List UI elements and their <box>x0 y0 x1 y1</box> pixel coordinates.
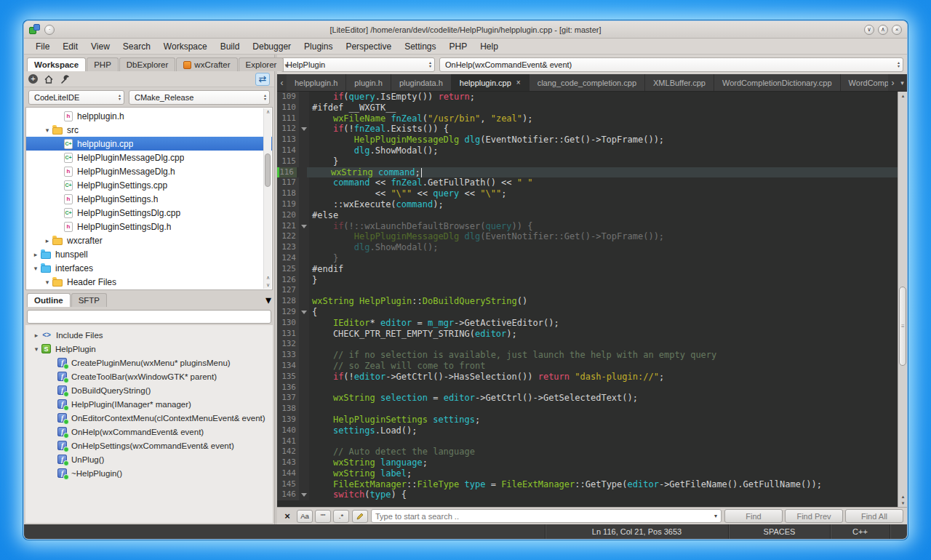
editor-tab-wordcompletion[interactable]: WordCompletion <box>841 74 888 91</box>
build-config-select[interactable]: CMake_Release ▴▾ <box>129 90 270 105</box>
tree-item-helppluginmessagedlg-cpp[interactable]: C+HelpPluginMessageDlg.cpp <box>26 151 272 164</box>
code-line[interactable]: 135 if(!editor->GetCtrl()->HasSelection(… <box>277 372 898 383</box>
code-line[interactable]: 114 dlg.ShowModal(); <box>277 145 898 156</box>
code-line[interactable]: 129{ <box>277 307 898 318</box>
scrollbar-thumb[interactable] <box>899 287 906 365</box>
outline-search-input[interactable] <box>27 310 271 324</box>
tree-item-helpplugin-h[interactable]: hhelpplugin.h <box>26 109 272 123</box>
tree-item-helppluginsettingsdlg-h[interactable]: hHelpPluginSettingsDlg.h <box>26 220 272 233</box>
language-mode[interactable]: C++ <box>830 524 890 539</box>
tab-scroll-left-icon[interactable]: ‹ <box>277 74 287 91</box>
code-line[interactable]: 124 } <box>277 253 898 264</box>
scope-select[interactable]: HelpPlugin ▴▾ <box>281 57 435 72</box>
editor-tab-helpplugin-h[interactable]: helpplugin.h <box>287 74 346 91</box>
tab-sftp[interactable]: SFTP <box>71 293 107 307</box>
code-line[interactable]: 110#ifdef __WXGTK__ <box>277 103 898 113</box>
tab-scroll-right-icon[interactable]: › <box>888 74 898 91</box>
find-all-button[interactable]: Find All <box>845 509 903 523</box>
code-line[interactable]: 144 wxString label; <box>277 468 898 479</box>
add-icon[interactable]: + <box>28 74 38 84</box>
find-button[interactable]: Find <box>724 509 783 523</box>
editor-tab-clang-code-completion-cpp[interactable]: clang_code_completion.cpp <box>530 74 645 91</box>
code-line[interactable]: 120#else <box>277 210 898 221</box>
outline-item-helpplugin[interactable]: fHelpPlugin(IManager* manager) <box>25 397 273 411</box>
chevron-down-icon[interactable]: ▾ <box>31 265 41 272</box>
file-tree-scrollbar[interactable]: ∧ ∧ ∨ <box>263 108 271 289</box>
tab-workspace[interactable]: Workspace <box>27 57 86 71</box>
tree-item-helpplugin-cpp[interactable]: C+helpplugin.cpp <box>26 137 272 151</box>
wrench-icon[interactable] <box>60 74 70 84</box>
code-line[interactable]: 146 switch(type) { <box>277 489 898 500</box>
fold-marker-icon[interactable] <box>301 493 307 497</box>
menu-settings[interactable]: Settings <box>399 40 441 53</box>
close-button[interactable]: × <box>892 25 902 35</box>
close-tab-icon[interactable]: × <box>516 79 521 87</box>
menu-edit[interactable]: Edit <box>57 40 84 53</box>
menu-view[interactable]: View <box>85 40 116 53</box>
code-line[interactable]: 125#endif <box>277 264 898 275</box>
tree-item-hunspell[interactable]: ▸hunspell <box>26 247 272 261</box>
code-editor[interactable]: 109 if(query.IsEmpty()) return;110#ifdef… <box>277 92 898 507</box>
tab-dbexplorer[interactable]: DbExplorer <box>119 57 176 71</box>
code-line[interactable]: 130 IEditor* editor = m_mgr->GetActiveEd… <box>277 318 898 329</box>
menu-debugger[interactable]: Debugger <box>247 40 297 53</box>
fold-margin[interactable] <box>299 221 309 232</box>
scroll-up-icon[interactable]: ▴ <box>898 493 908 500</box>
code-line[interactable]: 127 <box>277 285 898 296</box>
window-menu-button[interactable]: · <box>44 25 55 35</box>
fold-marker-icon[interactable] <box>301 127 307 131</box>
code-line[interactable]: 123 dlg.ShowModal(); <box>277 242 898 253</box>
code-line[interactable]: 121 if(!::wxLaunchDefaultBrowser(query))… <box>277 221 898 232</box>
titlebar[interactable]: [LiteEditor] /home/eran/devl/codelite/He… <box>24 21 907 39</box>
tree-item-header-files[interactable]: ▾Header Files <box>26 275 272 289</box>
outline-item-helpplugin[interactable]: ▾SHelpPlugin <box>25 342 273 356</box>
outline-item-createtoolbar[interactable]: fCreateToolBar(wxWindowGTK* parent) <box>25 369 273 383</box>
regex-toggle[interactable]: .* <box>333 510 349 523</box>
tree-item-helppluginsettings-cpp[interactable]: C+HelpPluginSettings.cpp <box>26 178 272 192</box>
link-editor-icon[interactable]: ⇄ <box>255 73 270 86</box>
chevron-right-icon[interactable]: ▸ <box>31 251 41 258</box>
code-line[interactable]: 126} <box>277 275 898 286</box>
code-line[interactable]: 142 // Auto detect the language <box>277 447 898 457</box>
menu-perspective[interactable]: Perspective <box>340 40 397 53</box>
tab-php[interactable]: PHP <box>87 57 119 71</box>
tree-item-helppluginsettingsdlg-cpp[interactable]: C+HelpPluginSettingsDlg.cpp <box>26 206 272 220</box>
tree-item-src[interactable]: ▾src <box>26 123 272 137</box>
function-select[interactable]: OnHelp(wxCommandEvent& event) ▴▾ <box>439 57 903 72</box>
tree-item-wxcrafter[interactable]: ▸wxcrafter <box>26 233 272 247</box>
highlight-matches-icon[interactable] <box>352 510 368 523</box>
chevron-right-icon[interactable]: ▸ <box>42 237 52 244</box>
minimize-button[interactable]: ∨ <box>864 25 874 35</box>
maximize-button[interactable]: ∧ <box>878 25 888 35</box>
find-prev-button[interactable]: Find Prev <box>785 509 843 523</box>
editor-scrollbar[interactable]: ▴ ▴ ▾ <box>898 92 907 507</box>
scroll-up-icon[interactable]: ∧ <box>264 275 272 281</box>
fold-margin[interactable] <box>299 124 309 135</box>
chevron-down-icon[interactable]: ▾ <box>42 127 52 134</box>
code-line[interactable]: 116 wxString command; <box>277 167 898 178</box>
code-line[interactable]: 117 command << fnZeal.GetFullPath() << "… <box>277 177 898 188</box>
tab-wxcrafter[interactable]: wxCrafter <box>176 57 237 71</box>
code-line[interactable]: 119 ::wxExecute(command); <box>277 199 898 210</box>
editor-tab-xmlbuffer-cpp[interactable]: XMLBuffer.cpp <box>645 74 714 91</box>
chevron-down-icon[interactable]: ▾ <box>284 62 291 71</box>
code-line[interactable]: 133 // if no selection is available, jus… <box>277 350 898 361</box>
editor-tab-plugindata-h[interactable]: plugindata.h <box>391 74 452 91</box>
menu-search[interactable]: Search <box>117 40 156 53</box>
editor-tab-plugin-h[interactable]: plugin.h <box>346 74 391 91</box>
outline-item-helpplugin[interactable]: f~HelpPlugin() <box>25 466 273 480</box>
code-line[interactable]: 134 // so Zeal will come to front <box>277 361 898 372</box>
workspace-select[interactable]: CodeLiteIDE ▴▾ <box>28 90 124 105</box>
scroll-up-icon[interactable]: ∧ <box>264 109 272 115</box>
code-line[interactable]: 138 <box>277 404 898 415</box>
fold-marker-icon[interactable] <box>301 311 307 314</box>
code-line[interactable]: 136 <box>277 383 898 393</box>
outline-item-unplug[interactable]: fUnPlug() <box>25 452 273 466</box>
chevron-down-icon[interactable]: ▾ <box>31 345 41 353</box>
editor-tab-helpplugin-cpp[interactable]: helpplugin.cpp× <box>452 74 530 91</box>
tab-explorer[interactable]: Explorer <box>239 57 284 71</box>
fold-margin[interactable] <box>299 489 309 500</box>
code-line[interactable]: 145 FileExtManager::FileType type = File… <box>277 479 898 490</box>
chevron-down-icon[interactable]: ▾ <box>714 513 717 519</box>
code-line[interactable]: 143 wxString language; <box>277 457 898 468</box>
